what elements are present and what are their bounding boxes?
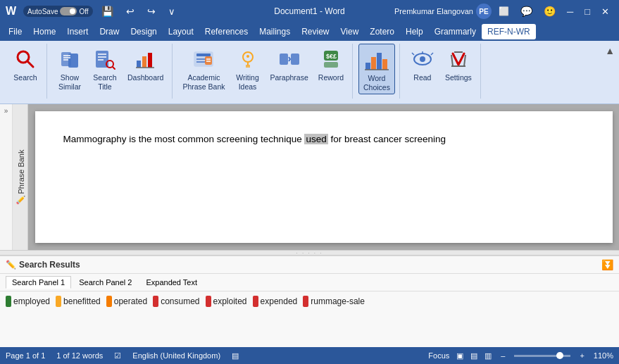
search-tab-expanded-text[interactable]: Expanded Text: [139, 276, 204, 289]
save-button[interactable]: 💾: [97, 4, 118, 18]
word-chip-color-rummage-sale: [303, 296, 308, 307]
academic-phrase-icon: [191, 46, 216, 72]
read-icon: [410, 46, 435, 72]
svg-rect-30: [291, 54, 299, 65]
word-chip-color-exploited: [206, 296, 211, 307]
undo-button[interactable]: ↩: [122, 4, 139, 18]
search-title-label: SearchTitle: [93, 73, 116, 91]
svg-line-47: [451, 55, 453, 66]
close-button[interactable]: ✕: [597, 5, 613, 18]
writing-ideas-btn[interactable]: WritingIdeas: [231, 44, 265, 94]
menu-item-draw[interactable]: Draw: [94, 24, 125, 39]
autosave-toggle[interactable]: [60, 7, 77, 15]
menu-item-help[interactable]: Help: [400, 24, 429, 39]
emoji-btn[interactable]: 🙂: [539, 4, 560, 18]
search-tab-search-panel-1[interactable]: Search Panel 1: [6, 276, 71, 289]
writing-ideas-label: WritingIdeas: [236, 73, 258, 91]
search-tab-search-panel-2[interactable]: Search Panel 2: [73, 276, 138, 289]
paraphrase-btn[interactable]: Paraphrase: [266, 44, 313, 94]
minimize-button[interactable]: ─: [563, 5, 577, 18]
search-ribbon-btn[interactable]: Search: [8, 44, 42, 94]
word-choices-btn[interactable]: WordChoices: [358, 44, 395, 94]
menu-item-view[interactable]: View: [335, 24, 365, 39]
menu-item-home[interactable]: Home: [27, 24, 61, 39]
left-collapse-panel: »: [0, 104, 13, 250]
svg-line-48: [464, 55, 465, 66]
menu-item-layout[interactable]: Layout: [163, 24, 199, 39]
word-chip-color-consumed: [153, 296, 158, 307]
menu-item-insert[interactable]: Insert: [61, 24, 94, 39]
ribbon-group-search: Search: [4, 44, 47, 99]
view-btn-1[interactable]: ▣: [456, 351, 463, 360]
menu-item-grammarly[interactable]: Grammarly: [429, 24, 482, 39]
menu-item-ref-n-wr[interactable]: REF-N-WR: [482, 24, 536, 39]
word-chip-exploited[interactable]: exploited: [206, 296, 247, 307]
search-title-btn[interactable]: SearchTitle: [88, 44, 122, 94]
word-chip-consumed[interactable]: consumed: [153, 296, 199, 307]
proofing-icon: ☑: [114, 351, 121, 360]
expand-results-btn[interactable]: ⏬: [601, 259, 613, 270]
document-title: Document1 - Word: [274, 6, 344, 16]
academic-phrase-bank-btn[interactable]: AcademicPhrase Bank: [178, 44, 229, 94]
phrase-bank-pencil-icon: ✏️: [15, 195, 25, 205]
menu-item-mailings[interactable]: Mailings: [254, 24, 296, 39]
word-chip-expended[interactable]: expended: [253, 296, 298, 307]
ribbon-group-word-choices: WordChoices: [354, 44, 400, 99]
svg-rect-37: [371, 57, 376, 70]
svg-rect-13: [137, 61, 141, 68]
phrase-bank-label: Phrase Bank: [16, 149, 25, 194]
svg-line-1: [27, 61, 33, 67]
document-page[interactable]: Mammography is the most common screening…: [35, 111, 613, 243]
expand-arrows-icon[interactable]: »: [4, 107, 8, 115]
word-chip-benefitted[interactable]: benefitted: [56, 296, 101, 307]
search-tabs: Search Panel 1Search Panel 2Expanded Tex…: [0, 274, 619, 291]
focus-btn[interactable]: Focus: [428, 351, 449, 360]
ribbon-group-tools: ShowSimilar SearchTitle: [49, 44, 173, 99]
menu-item-review[interactable]: Review: [296, 24, 334, 39]
title-bar: W AutoSave Off 💾 ↩ ↪ ∨ Document1 - Word …: [0, 0, 619, 23]
comments-btn[interactable]: 💬: [516, 4, 537, 18]
doc-text-after: for breast cancer screening: [328, 134, 446, 144]
svg-line-44: [431, 53, 433, 55]
zoom-in-btn[interactable]: +: [577, 351, 586, 360]
ribbon-display-btn[interactable]: ⬜: [494, 5, 513, 18]
ribbon-group-writing: AcademicPhrase Bank WritingIdeas: [174, 44, 353, 99]
zoom-slider[interactable]: [514, 355, 570, 357]
paraphrase-icon: [277, 46, 302, 72]
search-results-panel: ✏️ Search Results ⏬ Search Panel 1Search…: [0, 256, 619, 347]
ribbon-collapse-btn[interactable]: ▲: [605, 45, 615, 56]
view-btn-2[interactable]: ▤: [470, 351, 477, 360]
word-chip-label-rummage-sale: rummage-sale: [311, 296, 365, 306]
menu-item-design[interactable]: Design: [125, 24, 162, 39]
word-chip-rummage-sale[interactable]: rummage-sale: [303, 296, 365, 307]
resize-handle[interactable]: · · · · ·: [0, 250, 619, 256]
highlighted-word: used: [304, 134, 327, 144]
word-chip-employed[interactable]: employed: [6, 296, 50, 307]
dashboard-btn[interactable]: Dashboard: [123, 44, 168, 94]
zoom-level: 110%: [594, 351, 613, 360]
more-button[interactable]: ∨: [164, 5, 180, 18]
settings-label: Settings: [445, 73, 472, 82]
menu-item-zotero[interactable]: Zotero: [364, 24, 400, 39]
word-chip-operated[interactable]: operated: [106, 296, 147, 307]
view-btn-3[interactable]: ▥: [484, 351, 492, 360]
dashboard-icon: [133, 46, 158, 72]
document-area: Mammography is the most common screening…: [28, 104, 619, 250]
menu-item-file[interactable]: File: [3, 24, 27, 39]
dashboard-label: Dashboard: [127, 73, 163, 82]
svg-text:£: £: [333, 53, 337, 60]
search-results-pencil-icon: ✏️: [6, 260, 16, 270]
word-chip-color-operated: [106, 296, 112, 307]
maximize-button[interactable]: □: [580, 5, 594, 18]
redo-button[interactable]: ↪: [143, 4, 160, 18]
settings-btn[interactable]: Settings: [441, 44, 476, 94]
read-btn[interactable]: Read: [406, 44, 439, 94]
svg-rect-29: [280, 54, 288, 65]
search-results-content: employedbenefittedoperatedconsumedexploi…: [0, 291, 619, 311]
zoom-out-btn[interactable]: –: [499, 351, 507, 360]
reword-btn[interactable]: $ € £ Reword: [314, 44, 348, 94]
show-similar-btn[interactable]: ShowSimilar: [53, 44, 87, 94]
ribbon-group-read-settings: Read Settings: [401, 44, 481, 99]
zoom-thumb: [556, 352, 563, 359]
menu-item-references[interactable]: References: [199, 24, 254, 39]
